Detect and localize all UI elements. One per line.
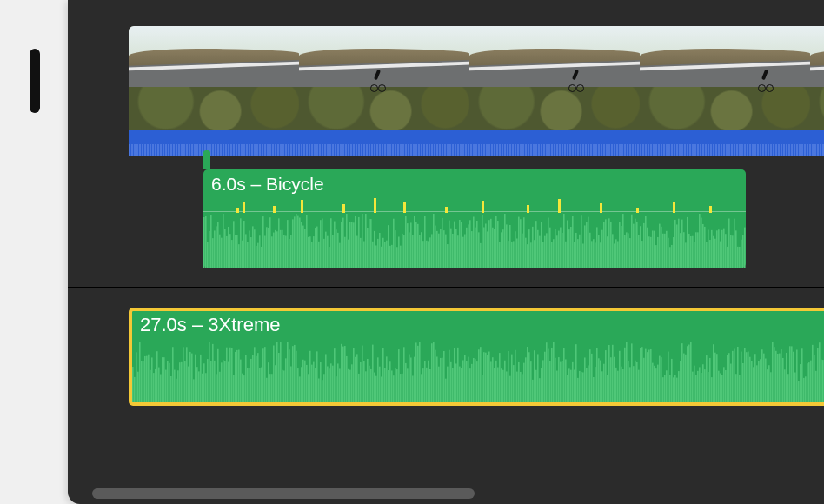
svg-rect-248 [635, 219, 636, 268]
svg-rect-225 [595, 242, 596, 268]
svg-rect-370 [233, 375, 235, 402]
svg-rect-164 [488, 220, 490, 268]
svg-rect-369 [231, 348, 233, 402]
svg-rect-213 [574, 242, 575, 268]
svg-rect-559 [562, 361, 563, 402]
svg-rect-202 [555, 229, 556, 268]
svg-rect-137 [442, 218, 443, 268]
svg-rect-194 [541, 222, 542, 268]
svg-rect-143 [452, 234, 454, 268]
svg-rect-459 [388, 370, 389, 402]
svg-rect-693 [794, 373, 796, 402]
audio-clip-3xtreme[interactable]: 27.0s – 3Xtreme [129, 308, 824, 406]
svg-rect-652 [723, 367, 725, 402]
svg-rect-315 [137, 372, 139, 402]
svg-rect-112 [398, 236, 400, 268]
svg-rect-407 [297, 368, 299, 402]
svg-rect-532 [515, 350, 516, 402]
svg-rect-460 [389, 361, 391, 402]
svg-rect-79 [341, 222, 342, 268]
svg-rect-390 [268, 362, 269, 402]
svg-rect-473 [412, 375, 414, 402]
horizontal-scrollbar[interactable] [76, 488, 824, 499]
svg-rect-321 [148, 355, 150, 402]
svg-rect-434 [344, 346, 346, 402]
video-frame [640, 26, 810, 130]
svg-rect-1 [205, 216, 207, 268]
svg-rect-181 [518, 217, 520, 268]
svg-rect-53 [296, 214, 297, 268]
svg-rect-508 [473, 358, 475, 402]
svg-rect-383 [256, 356, 257, 402]
svg-rect-492 [445, 379, 447, 402]
svg-rect-332 [167, 361, 169, 402]
svg-rect-674 [761, 349, 763, 402]
svg-rect-658 [734, 349, 735, 402]
svg-rect-25 [247, 242, 249, 268]
clip-name: Bicycle [266, 174, 324, 194]
svg-rect-707 [819, 342, 821, 402]
svg-rect-38 [269, 217, 271, 268]
svg-rect-19 [236, 235, 238, 268]
svg-rect-537 [523, 363, 525, 402]
svg-rect-228 [600, 242, 601, 268]
svg-rect-481 [426, 368, 428, 402]
svg-rect-596 [626, 342, 628, 402]
video-thumbnails [129, 26, 824, 130]
svg-rect-85 [351, 222, 353, 268]
svg-rect-684 [779, 354, 781, 402]
svg-rect-316 [139, 342, 141, 402]
svg-rect-170 [499, 242, 501, 268]
svg-rect-352 [202, 374, 203, 402]
svg-rect-93 [365, 214, 367, 268]
svg-rect-466 [400, 374, 402, 402]
timeline-edge-handle[interactable] [30, 49, 40, 113]
svg-rect-566 [574, 370, 575, 402]
video-clip[interactable] [129, 26, 824, 156]
svg-rect-480 [424, 361, 426, 402]
svg-rect-182 [520, 219, 522, 268]
svg-rect-150 [464, 235, 466, 268]
svg-rect-240 [621, 226, 622, 268]
svg-rect-41 [275, 230, 276, 268]
svg-rect-210 [568, 229, 570, 268]
svg-rect-521 [495, 361, 497, 402]
svg-rect-35 [264, 235, 266, 268]
svg-rect-642 [706, 355, 708, 402]
svg-rect-152 [468, 224, 469, 268]
svg-rect-245 [629, 238, 631, 268]
svg-rect-388 [264, 347, 266, 402]
svg-rect-212 [572, 216, 574, 268]
svg-rect-519 [492, 357, 494, 402]
svg-rect-436 [348, 369, 349, 402]
svg-rect-441 [356, 354, 358, 402]
svg-rect-670 [754, 354, 756, 402]
svg-rect-680 [772, 342, 774, 402]
svg-rect-367 [228, 362, 229, 402]
svg-rect-218 [582, 243, 584, 268]
video-audio-waveform[interactable] [129, 130, 824, 156]
svg-rect-423 [325, 354, 327, 402]
svg-rect-334 [170, 376, 172, 402]
svg-rect-418 [316, 351, 318, 402]
audio-clip-bicycle[interactable]: 6.0s – Bicycle [203, 169, 746, 268]
svg-rect-199 [549, 228, 551, 268]
svg-rect-453 [377, 357, 379, 402]
svg-rect-544 [535, 370, 537, 402]
svg-rect-368 [229, 348, 231, 402]
svg-rect-173 [504, 214, 506, 268]
svg-rect-8 [217, 222, 219, 268]
svg-rect-43 [278, 218, 280, 268]
scrollbar-thumb[interactable] [92, 488, 475, 499]
svg-rect-513 [482, 375, 483, 402]
svg-rect-487 [436, 356, 438, 402]
svg-rect-606 [643, 358, 645, 402]
svg-rect-243 [626, 232, 628, 268]
svg-rect-576 [591, 354, 593, 402]
svg-rect-450 [372, 345, 374, 402]
svg-rect-638 [699, 367, 701, 402]
svg-rect-353 [203, 363, 205, 402]
svg-rect-6 [214, 230, 216, 268]
svg-rect-159 [480, 243, 482, 268]
svg-rect-48 [287, 220, 289, 268]
